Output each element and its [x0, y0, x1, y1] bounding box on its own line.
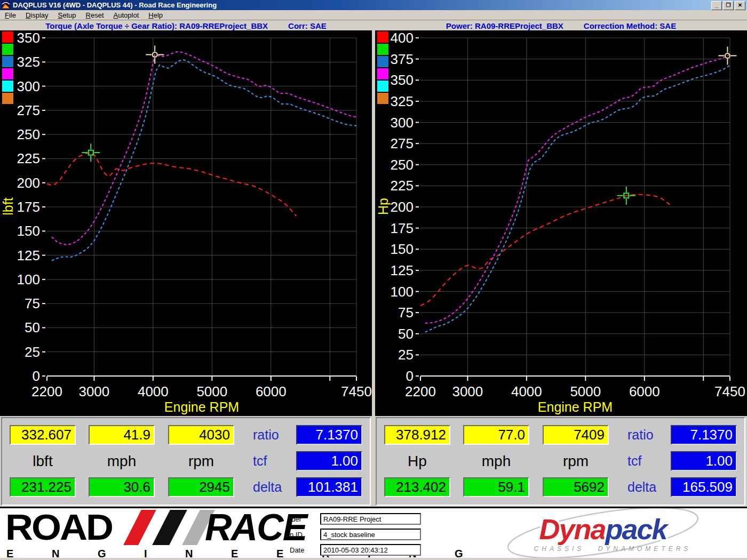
y-axis-title: lbft: [1, 197, 15, 215]
x-tick-label: 7450: [341, 383, 372, 399]
cursor1-lbft-readout: 332.607: [10, 425, 76, 445]
y-tick-label: 325: [17, 54, 40, 70]
y-tick-label: 300: [391, 115, 414, 131]
dynapack-dyna: Dyna: [539, 513, 606, 545]
unit-label-lbft: lbft: [10, 451, 76, 471]
cursor2-rpm-readout: 5692: [543, 477, 609, 497]
unit-label-Hp: Hp: [384, 451, 450, 471]
power-chart[interactable]: 2200300040005000600074500255075100125150…: [375, 30, 747, 416]
ratio-label: ratio: [253, 425, 293, 445]
legend-swatch-0[interactable]: [377, 31, 388, 43]
tcf-value-readout: 1.00: [296, 451, 362, 471]
torque-corr-label: Corr: SAE: [288, 21, 327, 30]
y-tick-label: 75: [25, 295, 40, 311]
legend-swatch-1[interactable]: [2, 44, 13, 55]
tcf-label: tcf: [253, 451, 293, 471]
legend-swatch-4[interactable]: [2, 81, 13, 92]
y-tick-label: 375: [391, 51, 414, 67]
legend-swatch-1[interactable]: [377, 44, 388, 55]
legend-swatch-3[interactable]: [2, 68, 13, 79]
power-chart-series-0: [420, 195, 670, 306]
legend-swatch-4[interactable]: [377, 81, 388, 92]
unit-label-rpm: rpm: [168, 451, 234, 471]
legend-swatch-5[interactable]: [2, 93, 13, 104]
unit-label-mph: mph: [463, 451, 529, 471]
y-tick-label: 50: [398, 326, 414, 342]
x-axis-title: Engine RPM: [538, 399, 613, 414]
legend-swatch-0[interactable]: [2, 31, 13, 43]
torque-chart-title-bar: Torque (Axle Torque ÷ Gear Ratio): RA09-…: [0, 21, 372, 30]
legend-swatch-3[interactable]: [377, 68, 388, 79]
menu-reset[interactable]: Reset: [81, 11, 109, 19]
menu-setup[interactable]: Setup: [53, 11, 81, 19]
order-label-fragment: der: [291, 515, 301, 523]
cursor1-mph-readout: 77.0: [463, 425, 529, 445]
torque-chart-series-1: [52, 52, 356, 245]
y-tick-label: 50: [25, 319, 40, 335]
roadrace-stripe-black: [152, 510, 187, 545]
y-tick-label: 75: [398, 305, 414, 321]
cursor1-rpm-readout: 4030: [168, 425, 234, 445]
y-tick-label: 150: [391, 241, 414, 257]
app-icon: [2, 1, 10, 10]
delta-label: delta: [253, 477, 293, 497]
torque-chart-title: Torque (Axle Torque ÷ Gear Ratio): RA09-…: [45, 21, 268, 30]
minimize-button[interactable]: _: [711, 1, 722, 10]
unit-label-mph: mph: [89, 451, 155, 471]
title-bar: DAQPLUS V16 (4WD - DAQPLUS 44) - Road Ra…: [0, 0, 747, 10]
cursor1-Hp-readout: 378.912: [384, 425, 450, 445]
date-field[interactable]: 2010-05-03 20:43:12: [320, 544, 421, 556]
legend-swatch-5[interactable]: [377, 93, 388, 104]
y-tick-label: 225: [391, 178, 414, 194]
cursor2-Hp-readout: 213.402: [384, 477, 450, 497]
legend-swatch-2[interactable]: [377, 56, 388, 67]
run-id-label-fragment: n ID: [290, 531, 303, 539]
delta-value-readout: 101.381: [296, 477, 362, 497]
y-tick-label: 200: [17, 175, 40, 191]
y-tick-label: 150: [17, 223, 40, 239]
menu-help[interactable]: Help: [144, 11, 168, 19]
y-tick-label: 225: [17, 150, 40, 166]
y-tick-label: 25: [398, 347, 414, 363]
tcf-label: tcf: [627, 451, 668, 471]
roadrace-stripe-red: [123, 510, 156, 545]
torque-readout-panel: 332.60741.94030lbftmphrpm231.22530.62945…: [1, 417, 371, 506]
ratio-value-readout: 7.1370: [671, 425, 737, 445]
dynapack-logo: Dynapack CHASSIS DYNAMOMETERS: [502, 508, 704, 558]
x-tick-label: 3000: [78, 383, 109, 399]
menu-display[interactable]: Display: [21, 11, 53, 19]
project-field[interactable]: RA09-RRE Project: [320, 513, 421, 525]
window-title: DAQPLUS V16 (4WD - DAQPLUS 44) - Road Ra…: [13, 1, 217, 9]
y-tick-label: 400: [391, 30, 414, 46]
x-tick-label: 5000: [196, 383, 227, 399]
x-tick-label: 7450: [714, 383, 745, 399]
baseline-torque-peak-cursor[interactable]: [82, 143, 100, 162]
delta-label: delta: [627, 477, 668, 497]
power-chart-canvas: 2200300040005000600074500255075100125150…: [375, 30, 747, 416]
y-tick-label: 275: [391, 135, 414, 151]
torque-chart[interactable]: 2200300040005000600074500255075100125150…: [0, 30, 372, 416]
window-controls: _❐✕: [711, 1, 745, 10]
y-tick-label: 200: [391, 199, 414, 215]
dynapack-dynamometers-label: DYNAMOMETERS: [598, 545, 692, 553]
y-tick-label: 300: [17, 78, 40, 94]
menu-file[interactable]: File: [0, 11, 21, 19]
close-button[interactable]: ✕: [735, 1, 745, 10]
power-chart-series-2: [425, 66, 730, 332]
legend-swatch-2[interactable]: [2, 56, 13, 67]
x-tick-label: 2200: [405, 383, 436, 399]
run-id-field[interactable]: 4_stock baseline: [320, 529, 421, 540]
y-tick-label: 0: [33, 368, 40, 384]
y-tick-label: 100: [391, 284, 414, 300]
y-tick-label: 175: [17, 199, 40, 215]
x-axis-title: Engine RPM: [164, 399, 239, 414]
y-tick-label: 0: [406, 368, 414, 384]
restore-button[interactable]: ❐: [723, 1, 734, 10]
menu-autoplot[interactable]: Autoplot: [109, 11, 144, 19]
tcf-value-readout: 1.00: [671, 451, 737, 471]
delta-value-readout: 165.509: [671, 477, 737, 497]
cursor2-mph-readout: 30.6: [89, 477, 155, 497]
y-tick-label: 100: [17, 271, 40, 287]
cursor2-rpm-readout: 2945: [168, 477, 234, 497]
dynapack-pack: pack: [604, 513, 669, 545]
